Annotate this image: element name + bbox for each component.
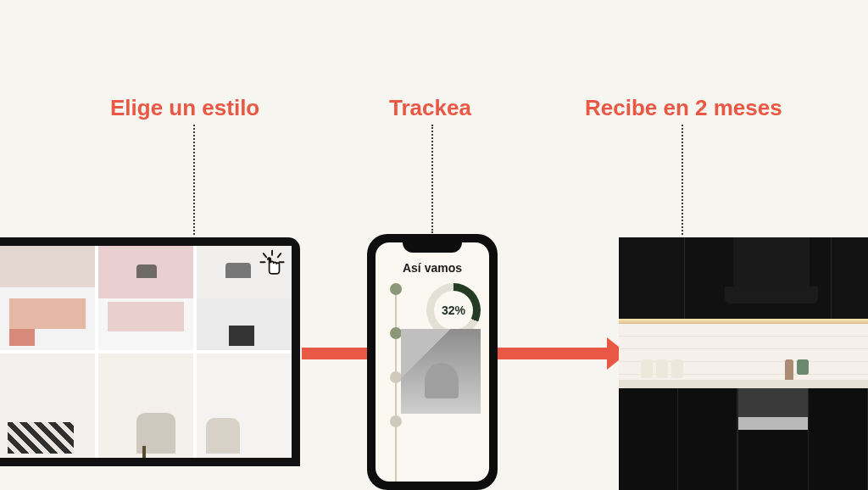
connector-line (431, 125, 433, 233)
phone-mockup: Así vamos 32% (367, 234, 498, 490)
timeline-node (390, 415, 402, 427)
step-heading-choose: Elige un estilo (110, 95, 259, 121)
style-tile[interactable] (98, 246, 193, 350)
connector-line (682, 125, 683, 235)
timeline-node (390, 283, 402, 295)
tracking-title: Así vamos (384, 261, 481, 275)
style-grid (0, 246, 292, 458)
style-tile[interactable] (98, 354, 193, 458)
step-heading-receive: Recibe en 2 meses (585, 95, 782, 121)
construction-photo (401, 329, 481, 414)
progress-percent: 32% (426, 283, 481, 337)
style-tile[interactable] (0, 354, 95, 458)
timeline-node (390, 327, 402, 339)
phone-notch (403, 239, 462, 253)
range-hood-icon (733, 237, 810, 288)
svg-line-2 (264, 253, 266, 257)
step-heading-track: Trackea (389, 95, 471, 121)
svg-line-1 (278, 253, 281, 257)
style-tile[interactable] (197, 354, 292, 458)
connector-line (193, 125, 195, 235)
phone-screen: Así vamos 32% (376, 242, 489, 482)
result-kitchen-image (619, 237, 868, 490)
laptop-screen (0, 237, 300, 466)
style-tile[interactable] (0, 246, 95, 350)
timeline-node (390, 371, 402, 383)
oven-icon (737, 388, 809, 490)
laptop-mockup (0, 237, 322, 490)
pointer-click-icon (258, 249, 287, 278)
